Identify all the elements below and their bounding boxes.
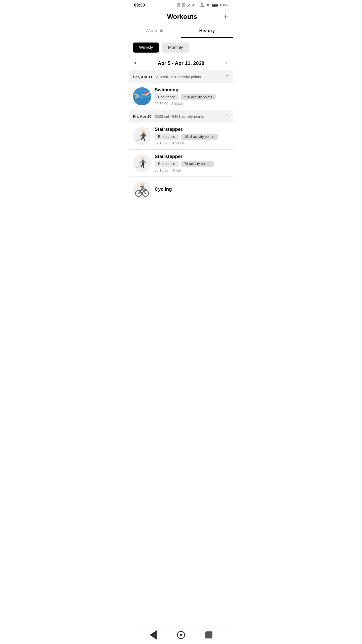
- day-collapse-fri[interactable]: ⌃: [225, 113, 229, 119]
- workout-meta-stairstepper-2: 00:10:00 · 78 cal: [155, 168, 229, 172]
- tab-history[interactable]: History: [181, 25, 233, 38]
- tag-endurance-stair1: Endurance: [155, 134, 179, 140]
- header: ← Workouts +: [129, 10, 233, 25]
- workout-avatar-stairstepper-1: [133, 127, 151, 145]
- p-icon: P: [192, 3, 196, 7]
- workout-tags-stairstepper-1: Endurance 1014 activity points: [155, 134, 229, 140]
- svg-line-32: [143, 165, 144, 168]
- svg-text:P: P: [192, 3, 195, 7]
- tag-endurance-stair2: Endurance: [155, 161, 179, 167]
- tabs-bar: Workouts History: [129, 25, 233, 38]
- svg-rect-26: [135, 167, 140, 168]
- date-range-label: Apr 5 - Apr 11, 2020: [158, 60, 204, 66]
- day-section-fri-apr-10[interactable]: Fri, Apr 10 · 6333 cal · 6461 activity p…: [129, 110, 233, 123]
- workout-item-cycling-peek[interactable]: Cycling: [129, 177, 233, 219]
- workout-name-swimming: Swimming: [155, 87, 229, 93]
- phone2-icon: [182, 3, 185, 7]
- workout-info-swimming: Swimming Endurance 210 activity points 0…: [155, 87, 229, 106]
- filter-row: Weekly Monthly: [129, 38, 233, 56]
- back-button[interactable]: ←: [134, 13, 141, 21]
- date-navigation: < Apr 5 - Apr 11, 2020 >: [129, 56, 233, 70]
- workout-avatar-swimming: [133, 87, 151, 105]
- workout-meta-stairstepper-1: 02:10:00 · 1014 cal: [155, 141, 229, 145]
- filter-monthly[interactable]: Monthly: [162, 43, 189, 53]
- add-button[interactable]: +: [223, 13, 228, 21]
- bell-mute-icon: [200, 3, 204, 7]
- workout-tags-stairstepper-2: Endurance 78 activity points: [155, 161, 229, 167]
- workout-item-stairstepper-1[interactable]: Stairstepper Endurance 1014 activity poi…: [129, 123, 233, 149]
- svg-rect-16: [135, 140, 140, 141]
- tag-points-stair1: 1014 activity points: [181, 134, 218, 140]
- workout-info-cycling: Cycling: [155, 186, 229, 193]
- page-title: Workouts: [167, 13, 197, 21]
- date-next-arrow[interactable]: >: [225, 60, 228, 66]
- svg-rect-3: [183, 4, 184, 6]
- workout-tags-swimming: Endurance 210 activity points: [155, 94, 229, 100]
- workout-item-swimming[interactable]: Swimming Endurance 210 activity points 0…: [129, 83, 233, 110]
- svg-rect-30: [142, 160, 144, 163]
- day-header-info-sat: Sat, Apr 11 · 210 cal · 210 activity poi…: [133, 75, 201, 79]
- tab-workouts[interactable]: Workouts: [129, 25, 181, 38]
- tag-points-swim: 210 activity points: [181, 94, 216, 100]
- workout-avatar-cycling: [133, 181, 151, 199]
- edit-icon: [187, 3, 191, 7]
- filter-weekly[interactable]: Weekly: [133, 43, 159, 53]
- workout-name-cycling: Cycling: [155, 186, 229, 192]
- status-bar: 09:30 P · 100%: [129, 0, 233, 10]
- wifi-icon: [206, 4, 210, 7]
- workout-info-stairstepper-2: Stairstepper Endurance 78 activity point…: [155, 154, 229, 172]
- phone-icon: [177, 3, 180, 7]
- svg-rect-1: [178, 4, 179, 6]
- day-section-sat-apr-11[interactable]: Sat, Apr 11 · 210 cal · 210 activity poi…: [129, 70, 233, 83]
- dot-icon: ·: [197, 3, 199, 8]
- tag-points-stair2: 78 activity points: [181, 161, 214, 167]
- svg-rect-7: [212, 4, 217, 6]
- svg-line-21: [144, 137, 144, 141]
- battery-percent: 100%: [220, 3, 228, 7]
- status-icons: P · 100%: [177, 3, 228, 8]
- workout-info-stairstepper-1: Stairstepper Endurance 1014 activity poi…: [155, 127, 229, 145]
- svg-point-29: [142, 157, 145, 160]
- workout-meta-swimming: 00:30:00 · 210 cal: [155, 102, 229, 106]
- workout-item-stairstepper-2[interactable]: Stairstepper Endurance 78 activity point…: [129, 150, 233, 177]
- svg-rect-20: [142, 133, 145, 137]
- workout-avatar-stairstepper-2: [133, 154, 151, 172]
- workout-name-stairstepper-1: Stairstepper: [155, 127, 229, 132]
- status-time: 09:30: [134, 3, 145, 8]
- date-prev-arrow[interactable]: <: [134, 60, 137, 66]
- svg-point-44: [141, 183, 144, 186]
- day-collapse-sat[interactable]: ⌃: [225, 74, 229, 79]
- tag-endurance-swim: Endurance: [155, 94, 179, 100]
- day-header-info-fri: Fri, Apr 10 · 6333 cal · 6461 activity p…: [133, 114, 204, 118]
- workout-name-stairstepper-2: Stairstepper: [155, 154, 229, 159]
- svg-rect-8: [217, 5, 218, 6]
- svg-point-19: [142, 130, 145, 133]
- battery-icon: [212, 4, 218, 7]
